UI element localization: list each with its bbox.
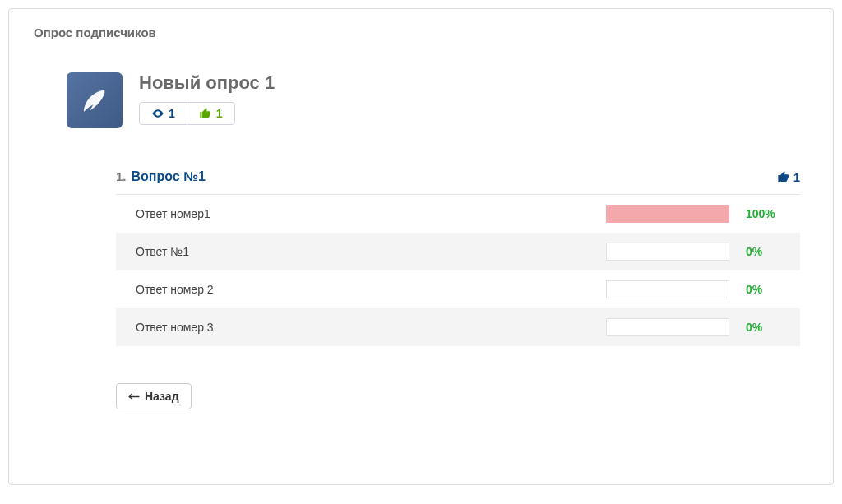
answer-percent: 0%	[746, 321, 787, 334]
stat-views: 1	[140, 103, 187, 124]
answer-bar	[606, 205, 729, 223]
survey-header: Новый опрос 1 1 1	[67, 72, 808, 128]
answer-text: Ответ номер 2	[129, 283, 606, 296]
answer-percent: 0%	[746, 245, 787, 258]
answer-text: Ответ №1	[129, 245, 606, 258]
answer-row: Ответ №10%	[116, 233, 800, 270]
bar-filled	[606, 205, 729, 223]
question-row: 1. Вопрос №1 1	[116, 161, 800, 195]
answer-row: Ответ номер 30%	[116, 308, 800, 346]
question-number: 1.	[116, 169, 127, 183]
answer-text: Ответ номер 3	[129, 321, 606, 334]
answer-bar	[606, 280, 729, 298]
stat-votes: 1	[187, 103, 234, 124]
thumbs-up-icon	[199, 107, 212, 120]
question-left: 1. Вопрос №1	[116, 169, 206, 184]
stats-badge: 1 1	[139, 102, 235, 125]
back-label: Назад	[145, 390, 179, 403]
answer-bar	[606, 318, 729, 336]
question-text: Вопрос №1	[132, 169, 206, 184]
votes-count: 1	[216, 107, 223, 120]
arrow-left-icon: 🡐	[128, 390, 140, 403]
question-votes: 1	[777, 170, 800, 184]
feather-icon	[77, 83, 112, 118]
answer-percent: 0%	[746, 283, 787, 296]
answer-text: Ответ номер1	[129, 207, 606, 220]
bar-empty	[606, 318, 729, 336]
eye-icon	[151, 107, 164, 120]
answer-row: Ответ номер1100%	[116, 195, 800, 233]
answer-percent: 100%	[746, 207, 787, 220]
answers-container: Ответ номер1100%Ответ №10%Ответ номер 20…	[34, 195, 808, 346]
panel-title: Опрос подписчиков	[34, 25, 808, 39]
survey-avatar	[67, 72, 123, 128]
bar-empty	[606, 243, 729, 261]
answer-bar	[606, 243, 729, 261]
survey-title: Новый опрос 1	[139, 72, 808, 94]
survey-info: Новый опрос 1 1 1	[139, 72, 808, 128]
back-button[interactable]: 🡐 Назад	[116, 383, 192, 409]
thumbs-up-icon	[777, 170, 790, 183]
bar-empty	[606, 280, 729, 298]
views-count: 1	[169, 107, 175, 120]
question-vote-count: 1	[793, 170, 800, 184]
answer-row: Ответ номер 20%	[116, 270, 800, 308]
survey-panel: Опрос подписчиков Новый опрос 1 1	[8, 8, 834, 485]
